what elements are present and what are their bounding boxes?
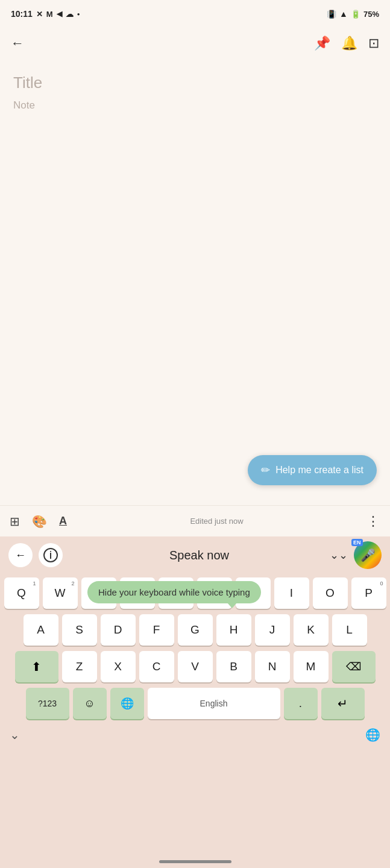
space-button[interactable]: English xyxy=(148,688,280,719)
enter-icon: ↵ xyxy=(338,696,348,711)
archive-icon: ⊡ xyxy=(368,36,379,51)
voice-label: Speak now xyxy=(69,549,330,562)
key-q[interactable]: 1 Q xyxy=(4,577,39,609)
shift-icon: ⬆ xyxy=(31,659,42,674)
info-icon: i xyxy=(43,548,58,562)
key-s[interactable]: S xyxy=(62,614,97,646)
palette-icon: 🎨 xyxy=(32,514,47,529)
note-area[interactable]: Title Note xyxy=(0,61,390,411)
voice-mic-button[interactable]: EN 🎤 xyxy=(354,541,382,569)
add-button[interactable]: ⊞ xyxy=(10,514,20,529)
voice-back-button[interactable]: ← xyxy=(8,543,33,567)
key-k[interactable]: K xyxy=(294,614,329,646)
key-n[interactable]: N xyxy=(255,651,290,682)
x-icon: ✕ xyxy=(36,10,43,19)
ai-help-button[interactable]: ✏ Help me create a list xyxy=(248,455,377,485)
status-right: 📳 ▲ 🔋 75% xyxy=(327,9,379,19)
key-m[interactable]: M xyxy=(294,651,329,682)
cloud-icon: ☁ xyxy=(66,10,74,19)
status-bar: 10:11 ✕ M ◀ ☁ ● 📳 ▲ 🔋 75% xyxy=(0,0,390,25)
battery-icon: 🔋 xyxy=(351,10,360,19)
globe-icon: 🌐 xyxy=(121,697,134,710)
key-c[interactable]: C xyxy=(139,651,174,682)
collapse-chevron[interactable]: ⌄⌄ xyxy=(330,549,348,562)
back-button[interactable]: ← xyxy=(11,36,24,51)
numbers-button[interactable]: ?123 xyxy=(26,688,69,719)
status-left: 10:11 ✕ M ◀ ☁ ● xyxy=(11,9,80,19)
key-f[interactable]: F xyxy=(139,614,174,646)
mic-icon: 🎤 xyxy=(360,548,376,562)
emoji-button[interactable]: ☺ xyxy=(73,688,107,719)
keyboard-container: ← i Speak now ⌄⌄ EN 🎤 Hide your keyboard… xyxy=(0,536,390,868)
key-o[interactable]: O xyxy=(313,577,348,609)
toolbar-right: 📌 🔔 ⊡ xyxy=(314,36,379,51)
delete-icon: ⌫ xyxy=(346,660,361,673)
key-j[interactable]: J xyxy=(255,614,290,646)
more-options-button[interactable]: ⋮ xyxy=(366,514,380,529)
time-label: 10:11 xyxy=(11,9,33,19)
wand-icon: ✏ xyxy=(261,464,270,477)
key-z[interactable]: Z xyxy=(62,651,97,682)
key-p[interactable]: 0 P xyxy=(351,577,386,609)
voice-back-icon: ← xyxy=(15,549,26,562)
ai-button-label: Help me create a list xyxy=(275,465,363,476)
key-i[interactable]: I xyxy=(274,577,309,609)
key-v[interactable]: V xyxy=(178,651,213,682)
vibrate-icon: 📳 xyxy=(327,10,336,19)
back-icon: ← xyxy=(11,36,24,51)
reminder-button[interactable]: 🔔 xyxy=(341,36,357,51)
bell-icon: 🔔 xyxy=(341,36,357,51)
key-g[interactable]: G xyxy=(178,614,213,646)
kb-bottom-bar: ⌄ 🌐 xyxy=(0,725,390,743)
pin-icon: 📌 xyxy=(314,36,330,51)
dot-icon: ● xyxy=(77,11,80,17)
navigation-icon: ◀ xyxy=(57,10,62,18)
key-a[interactable]: A xyxy=(24,614,58,646)
note-body-placeholder[interactable]: Note xyxy=(13,99,377,112)
key-row-3: ⬆ Z X C V B N M ⌫ xyxy=(3,651,387,682)
chevron-down-icon: ⌄ xyxy=(10,728,20,742)
more-icon: ⋮ xyxy=(366,514,380,529)
archive-button[interactable]: ⊡ xyxy=(368,36,379,51)
key-d[interactable]: D xyxy=(101,614,136,646)
palette-button[interactable]: 🎨 xyxy=(32,514,47,529)
note-title-placeholder[interactable]: Title xyxy=(13,74,377,92)
en-badge: EN xyxy=(351,539,363,546)
home-indicator xyxy=(159,860,231,863)
bottom-toolbar-right: ⋮ xyxy=(366,514,380,529)
wifi-icon: ▲ xyxy=(339,9,348,19)
add-icon: ⊞ xyxy=(10,514,20,529)
key-l[interactable]: L xyxy=(332,614,367,646)
hide-keyboard-button[interactable]: ⌄ xyxy=(10,728,20,742)
edited-status: Edited just now xyxy=(67,517,366,526)
voice-bar: ← i Speak now ⌄⌄ EN 🎤 xyxy=(0,536,390,574)
bottom-toolbar-left: ⊞ 🎨 A xyxy=(10,514,67,529)
pin-button[interactable]: 📌 xyxy=(314,36,330,51)
bottom-toolbar: ⊞ 🎨 A Edited just now ⋮ xyxy=(0,505,390,536)
key-w[interactable]: 2 W xyxy=(43,577,78,609)
voice-typing-tooltip: Hide your keyboard while voice typing xyxy=(87,581,261,603)
kb-globe-icon: 🌐 xyxy=(365,728,380,742)
enter-button[interactable]: ↵ xyxy=(321,688,365,719)
app-toolbar: ← 📌 🔔 ⊡ xyxy=(0,25,390,61)
delete-button[interactable]: ⌫ xyxy=(332,651,376,682)
emoji-icon: ☺ xyxy=(84,697,95,710)
globe-button[interactable]: 🌐 xyxy=(110,688,144,719)
text-icon: A xyxy=(59,515,67,527)
key-h[interactable]: H xyxy=(216,614,251,646)
battery-label: 75% xyxy=(363,10,379,19)
mail-icon: M xyxy=(46,10,53,19)
text-format-button[interactable]: A xyxy=(59,515,67,527)
key-row-2: A S D F G H J K L xyxy=(3,614,387,646)
key-b[interactable]: B xyxy=(216,651,251,682)
period-button[interactable]: . xyxy=(284,688,318,719)
toolbar-left: ← xyxy=(11,36,24,51)
key-row-4: ?123 ☺ 🌐 English . ↵ xyxy=(3,688,387,719)
shift-button[interactable]: ⬆ xyxy=(15,651,58,682)
voice-info-button[interactable]: i xyxy=(39,543,63,567)
key-x[interactable]: X xyxy=(101,651,136,682)
